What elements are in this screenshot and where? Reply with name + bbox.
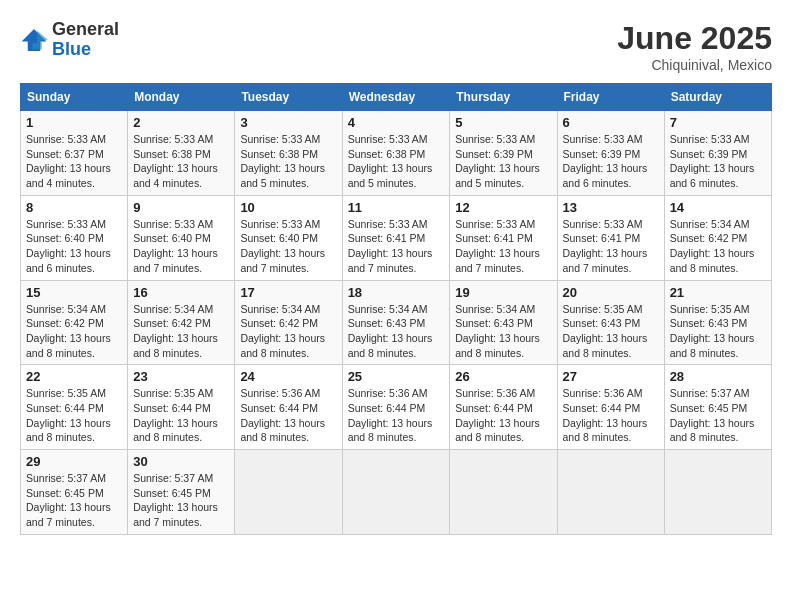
day-number: 8: [26, 200, 122, 215]
day-detail: Sunrise: 5:36 AMSunset: 6:44 PMDaylight:…: [348, 386, 445, 445]
day-detail: Sunrise: 5:37 AMSunset: 6:45 PMDaylight:…: [26, 471, 122, 530]
empty-cell: [235, 450, 342, 535]
col-header-monday: Monday: [128, 84, 235, 111]
day-detail: Sunrise: 5:34 AMSunset: 6:42 PMDaylight:…: [133, 302, 229, 361]
calendar-table: SundayMondayTuesdayWednesdayThursdayFrid…: [20, 83, 772, 535]
empty-cell: [664, 450, 771, 535]
day-detail: Sunrise: 5:34 AMSunset: 6:42 PMDaylight:…: [240, 302, 336, 361]
day-detail: Sunrise: 5:33 AMSunset: 6:41 PMDaylight:…: [563, 217, 659, 276]
day-number: 19: [455, 285, 551, 300]
day-detail: Sunrise: 5:35 AMSunset: 6:44 PMDaylight:…: [26, 386, 122, 445]
day-number: 15: [26, 285, 122, 300]
calendar-cell-15: 15Sunrise: 5:34 AMSunset: 6:42 PMDayligh…: [21, 280, 128, 365]
day-number: 5: [455, 115, 551, 130]
day-detail: Sunrise: 5:35 AMSunset: 6:44 PMDaylight:…: [133, 386, 229, 445]
calendar-cell-6: 6Sunrise: 5:33 AMSunset: 6:39 PMDaylight…: [557, 111, 664, 196]
col-header-tuesday: Tuesday: [235, 84, 342, 111]
day-number: 4: [348, 115, 445, 130]
day-number: 1: [26, 115, 122, 130]
title-block: June 2025 Chiquinival, Mexico: [617, 20, 772, 73]
day-detail: Sunrise: 5:35 AMSunset: 6:43 PMDaylight:…: [670, 302, 766, 361]
calendar-week-1: 1Sunrise: 5:33 AMSunset: 6:37 PMDaylight…: [21, 111, 772, 196]
calendar-cell-5: 5Sunrise: 5:33 AMSunset: 6:39 PMDaylight…: [450, 111, 557, 196]
calendar-cell-25: 25Sunrise: 5:36 AMSunset: 6:44 PMDayligh…: [342, 365, 450, 450]
page-header: General Blue June 2025 Chiquinival, Mexi…: [20, 20, 772, 73]
col-header-saturday: Saturday: [664, 84, 771, 111]
calendar-cell-12: 12Sunrise: 5:33 AMSunset: 6:41 PMDayligh…: [450, 195, 557, 280]
day-number: 24: [240, 369, 336, 384]
day-detail: Sunrise: 5:33 AMSunset: 6:37 PMDaylight:…: [26, 132, 122, 191]
day-number: 10: [240, 200, 336, 215]
calendar-cell-22: 22Sunrise: 5:35 AMSunset: 6:44 PMDayligh…: [21, 365, 128, 450]
day-detail: Sunrise: 5:33 AMSunset: 6:38 PMDaylight:…: [133, 132, 229, 191]
calendar-cell-20: 20Sunrise: 5:35 AMSunset: 6:43 PMDayligh…: [557, 280, 664, 365]
day-detail: Sunrise: 5:33 AMSunset: 6:40 PMDaylight:…: [26, 217, 122, 276]
calendar-cell-24: 24Sunrise: 5:36 AMSunset: 6:44 PMDayligh…: [235, 365, 342, 450]
day-detail: Sunrise: 5:36 AMSunset: 6:44 PMDaylight:…: [563, 386, 659, 445]
day-detail: Sunrise: 5:33 AMSunset: 6:38 PMDaylight:…: [240, 132, 336, 191]
calendar-cell-10: 10Sunrise: 5:33 AMSunset: 6:40 PMDayligh…: [235, 195, 342, 280]
calendar-cell-23: 23Sunrise: 5:35 AMSunset: 6:44 PMDayligh…: [128, 365, 235, 450]
calendar-cell-29: 29Sunrise: 5:37 AMSunset: 6:45 PMDayligh…: [21, 450, 128, 535]
calendar-week-2: 8Sunrise: 5:33 AMSunset: 6:40 PMDaylight…: [21, 195, 772, 280]
logo-text: General Blue: [52, 20, 119, 60]
calendar-cell-2: 2Sunrise: 5:33 AMSunset: 6:38 PMDaylight…: [128, 111, 235, 196]
calendar-cell-3: 3Sunrise: 5:33 AMSunset: 6:38 PMDaylight…: [235, 111, 342, 196]
calendar-cell-9: 9Sunrise: 5:33 AMSunset: 6:40 PMDaylight…: [128, 195, 235, 280]
empty-cell: [342, 450, 450, 535]
day-number: 14: [670, 200, 766, 215]
calendar-week-4: 22Sunrise: 5:35 AMSunset: 6:44 PMDayligh…: [21, 365, 772, 450]
day-number: 26: [455, 369, 551, 384]
calendar-cell-7: 7Sunrise: 5:33 AMSunset: 6:39 PMDaylight…: [664, 111, 771, 196]
location: Chiquinival, Mexico: [617, 57, 772, 73]
logo: General Blue: [20, 20, 119, 60]
day-detail: Sunrise: 5:37 AMSunset: 6:45 PMDaylight:…: [133, 471, 229, 530]
col-header-friday: Friday: [557, 84, 664, 111]
day-detail: Sunrise: 5:34 AMSunset: 6:43 PMDaylight:…: [455, 302, 551, 361]
day-number: 17: [240, 285, 336, 300]
calendar-cell-17: 17Sunrise: 5:34 AMSunset: 6:42 PMDayligh…: [235, 280, 342, 365]
day-number: 27: [563, 369, 659, 384]
day-detail: Sunrise: 5:33 AMSunset: 6:39 PMDaylight:…: [455, 132, 551, 191]
day-detail: Sunrise: 5:33 AMSunset: 6:40 PMDaylight:…: [240, 217, 336, 276]
calendar-cell-19: 19Sunrise: 5:34 AMSunset: 6:43 PMDayligh…: [450, 280, 557, 365]
calendar-cell-8: 8Sunrise: 5:33 AMSunset: 6:40 PMDaylight…: [21, 195, 128, 280]
day-number: 21: [670, 285, 766, 300]
calendar-cell-14: 14Sunrise: 5:34 AMSunset: 6:42 PMDayligh…: [664, 195, 771, 280]
day-detail: Sunrise: 5:36 AMSunset: 6:44 PMDaylight:…: [240, 386, 336, 445]
empty-cell: [557, 450, 664, 535]
calendar-cell-16: 16Sunrise: 5:34 AMSunset: 6:42 PMDayligh…: [128, 280, 235, 365]
day-number: 22: [26, 369, 122, 384]
day-number: 7: [670, 115, 766, 130]
day-detail: Sunrise: 5:34 AMSunset: 6:43 PMDaylight:…: [348, 302, 445, 361]
day-number: 20: [563, 285, 659, 300]
calendar-cell-27: 27Sunrise: 5:36 AMSunset: 6:44 PMDayligh…: [557, 365, 664, 450]
calendar-cell-26: 26Sunrise: 5:36 AMSunset: 6:44 PMDayligh…: [450, 365, 557, 450]
day-number: 28: [670, 369, 766, 384]
calendar-cell-11: 11Sunrise: 5:33 AMSunset: 6:41 PMDayligh…: [342, 195, 450, 280]
calendar-cell-13: 13Sunrise: 5:33 AMSunset: 6:41 PMDayligh…: [557, 195, 664, 280]
day-number: 16: [133, 285, 229, 300]
calendar-cell-28: 28Sunrise: 5:37 AMSunset: 6:45 PMDayligh…: [664, 365, 771, 450]
day-number: 18: [348, 285, 445, 300]
day-detail: Sunrise: 5:33 AMSunset: 6:41 PMDaylight:…: [348, 217, 445, 276]
day-number: 9: [133, 200, 229, 215]
day-detail: Sunrise: 5:33 AMSunset: 6:39 PMDaylight:…: [670, 132, 766, 191]
col-header-sunday: Sunday: [21, 84, 128, 111]
calendar-cell-4: 4Sunrise: 5:33 AMSunset: 6:38 PMDaylight…: [342, 111, 450, 196]
calendar-week-3: 15Sunrise: 5:34 AMSunset: 6:42 PMDayligh…: [21, 280, 772, 365]
day-detail: Sunrise: 5:33 AMSunset: 6:40 PMDaylight:…: [133, 217, 229, 276]
day-number: 3: [240, 115, 336, 130]
day-detail: Sunrise: 5:37 AMSunset: 6:45 PMDaylight:…: [670, 386, 766, 445]
day-number: 29: [26, 454, 122, 469]
col-header-wednesday: Wednesday: [342, 84, 450, 111]
day-detail: Sunrise: 5:33 AMSunset: 6:39 PMDaylight:…: [563, 132, 659, 191]
calendar-cell-18: 18Sunrise: 5:34 AMSunset: 6:43 PMDayligh…: [342, 280, 450, 365]
day-detail: Sunrise: 5:33 AMSunset: 6:38 PMDaylight:…: [348, 132, 445, 191]
header-row: SundayMondayTuesdayWednesdayThursdayFrid…: [21, 84, 772, 111]
day-number: 2: [133, 115, 229, 130]
col-header-thursday: Thursday: [450, 84, 557, 111]
day-detail: Sunrise: 5:34 AMSunset: 6:42 PMDaylight:…: [670, 217, 766, 276]
day-number: 6: [563, 115, 659, 130]
day-detail: Sunrise: 5:33 AMSunset: 6:41 PMDaylight:…: [455, 217, 551, 276]
